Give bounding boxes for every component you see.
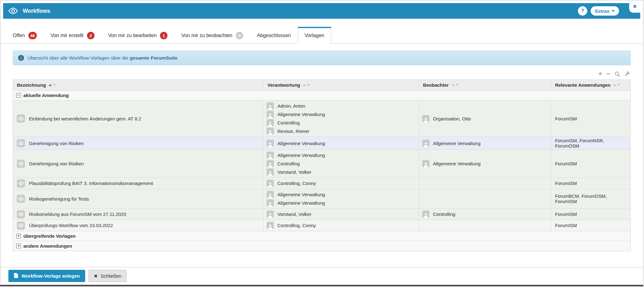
verantwortung-cell: Allgemeine VerwaltungAllgemeine Verwaltu… xyxy=(264,189,419,208)
extras-button[interactable]: Extras xyxy=(591,6,619,16)
person-entry: Controlling xyxy=(267,119,416,127)
beobachter-cell xyxy=(419,220,551,231)
tab-offen[interactable]: Offen46 xyxy=(6,27,44,44)
person-icon xyxy=(267,102,274,109)
table-row[interactable]: Risikomeldung aus ForumISM vom 27.11.202… xyxy=(13,209,630,220)
tab-abgeschlossen[interactable]: Abgeschlossen xyxy=(250,27,298,44)
settings-icon[interactable] xyxy=(624,71,630,77)
help-button[interactable]: ? xyxy=(578,6,587,16)
beobachter-cell: Organisation, Otto xyxy=(419,100,551,137)
beobachter-cell xyxy=(419,189,551,208)
column-header-label: Beobachter xyxy=(423,82,449,88)
person-icon xyxy=(267,180,274,187)
person-name: Allgemeine Verwaltung xyxy=(277,200,325,206)
person-name: Vorstand, Volker xyxy=(277,212,311,217)
person-name: Vorstand, Volker xyxy=(277,169,311,175)
person-icon xyxy=(422,115,429,122)
verantwortung-cell: Controlling, Conny xyxy=(264,178,419,189)
person-icon xyxy=(267,160,274,167)
person-entry: Controlling xyxy=(422,210,548,218)
person-name: Controlling, Conny xyxy=(277,223,316,228)
person-entry: Allgemeine Verwaltung xyxy=(422,139,548,148)
tab-von-mir-zu-beobachten[interactable]: Von mir zu beobachten0 xyxy=(174,27,250,44)
close-icon[interactable]: ✖ xyxy=(629,0,640,13)
verantwortung-cell: Allgemeine Verwaltung xyxy=(264,137,419,149)
table-row[interactable]: Einbindung bei wesentlichen Änderungen g… xyxy=(13,100,630,137)
search-icon[interactable] xyxy=(614,71,620,77)
anwendungen-value: ForumISM xyxy=(555,223,577,228)
sort-icon xyxy=(303,84,310,86)
person-entry: Admin, Anton xyxy=(267,102,416,110)
bezeichnung-cell: Genehmigung von Risiken xyxy=(13,137,264,149)
expand-group-icon[interactable]: + xyxy=(16,234,21,238)
collapse-all-icon[interactable]: − xyxy=(606,71,610,77)
column-header-verantwortung[interactable]: Verantwortung xyxy=(264,80,419,90)
tab-count-badge: 0 xyxy=(236,32,243,39)
workflow-eye-icon xyxy=(17,139,25,147)
chevron-down-icon xyxy=(612,10,615,12)
workflow-templates-table: BezeichnungVerantwortungBeobachterReleva… xyxy=(13,80,631,251)
workflow-eye-icon xyxy=(17,221,25,230)
person-name: Allgemeine Verwaltung xyxy=(277,153,325,158)
person-name: Allgemeine Verwaltung xyxy=(433,141,481,146)
tab-von-mir-erstellt[interactable]: Von mir erstellt2 xyxy=(44,27,101,44)
person-icon xyxy=(267,111,274,118)
info-banner-text: Übersicht über alle Workflow-Vorlagen üb… xyxy=(27,55,177,61)
tab-vorlagen[interactable]: Vorlagen xyxy=(298,27,331,44)
column-header-beobachter[interactable]: Beobachter xyxy=(419,80,551,90)
beobachter-cell: Allgemeine Verwaltung xyxy=(419,137,551,149)
column-header-bezeichnung[interactable]: Bezeichnung xyxy=(13,80,264,90)
anwendungen-cell: ForumISM, ForumNSR, ForumOSM xyxy=(551,137,630,149)
verantwortung-cell: Admin, AntonAllgemeine VerwaltungControl… xyxy=(264,100,419,137)
workflow-eye-icon xyxy=(17,114,25,123)
bezeichnung-cell: Einbindung bei wesentlichen Änderungen g… xyxy=(13,100,264,137)
table-row[interactable]: Genehmigung von RisikenAllgemeine Verwal… xyxy=(13,137,630,150)
column-header-relevante-anwendungen[interactable]: Relevante Anwendungen xyxy=(551,80,630,90)
verantwortung-cell: Controlling, Conny xyxy=(264,220,419,231)
tab-label: Von mir erstellt xyxy=(51,33,84,38)
person-icon xyxy=(422,140,429,147)
table-row[interactable]: Plausibilitätsprüfung BAIT 3. Informatio… xyxy=(13,178,630,189)
expand-group-icon[interactable]: + xyxy=(16,244,21,248)
person-icon xyxy=(267,152,274,159)
person-entry: Revisor, Reiner xyxy=(267,127,416,135)
anwendungen-value: ForumBCM, ForumDSM, ForumISM xyxy=(555,193,627,204)
anwendungen-cell: ForumBCM, ForumDSM, ForumISM xyxy=(551,189,630,208)
anwendungen-cell: ForumISM xyxy=(551,100,630,137)
person-icon xyxy=(267,119,274,126)
person-entry: Allgemeine Verwaltung xyxy=(267,199,416,207)
table-row[interactable]: Risikogenehmigung für TestsAllgemeine Ve… xyxy=(13,189,630,209)
person-icon xyxy=(422,211,429,218)
bezeichnung-cell: Genehmigung von Risiken xyxy=(13,150,264,178)
bezeichnung-cell: Risikogenehmigung für Tests xyxy=(13,189,264,208)
person-entry: Allgemeine Verwaltung xyxy=(267,139,416,148)
create-workflow-template-button[interactable]: Workflow-Vorlage anlegen xyxy=(8,270,85,282)
verantwortung-cell: Allgemeine VerwaltungControllingVorstand… xyxy=(264,150,419,178)
table-row[interactable]: Genehmigung von RisikenAllgemeine Verwal… xyxy=(13,150,630,178)
group-row-andere-anwendungen[interactable]: +andere Anwendungen xyxy=(13,241,630,251)
anwendungen-value: ForumISM xyxy=(555,116,577,121)
sort-icon xyxy=(613,84,620,86)
table-row[interactable]: Überprüfungs-Workflow vom 23.03.2022Cont… xyxy=(13,220,630,231)
sort-desc-icon xyxy=(617,84,620,86)
sort-icon xyxy=(49,84,56,86)
person-icon xyxy=(267,211,274,218)
tab-label: Abgeschlossen xyxy=(257,33,291,38)
group-row-übergreifende-vorlagen[interactable]: +übergreifende Vorlagen xyxy=(13,231,630,241)
person-icon xyxy=(267,140,274,147)
expand-all-icon[interactable]: + xyxy=(598,71,602,77)
close-button[interactable]: ✖ Schließen xyxy=(89,270,127,282)
group-label: übergreifende Vorlagen xyxy=(23,233,75,239)
tab-von-mir-zu-bearbeiten[interactable]: Von mir zu bearbeiten1 xyxy=(101,27,175,44)
collapse-group-icon[interactable]: − xyxy=(16,93,21,98)
beobachter-cell: Controlling xyxy=(419,209,551,220)
column-header-label: Bezeichnung xyxy=(17,82,46,88)
group-row-aktuelle-anwendung[interactable]: −aktuelle Anwendung xyxy=(13,90,630,100)
workflow-title: Risikomeldung aus ForumISM vom 27.11.202… xyxy=(29,212,126,217)
person-name: Controlling, Conny xyxy=(277,181,316,186)
workflow-title: Genehmigung von Risiken xyxy=(29,161,84,166)
bezeichnung-cell: Plausibilitätsprüfung BAIT 3. Informatio… xyxy=(13,178,264,189)
person-entry: Vorstand, Volker xyxy=(267,210,416,218)
tab-count-badge: 2 xyxy=(87,32,94,39)
bezeichnung-cell: Überprüfungs-Workflow vom 23.03.2022 xyxy=(13,220,264,231)
